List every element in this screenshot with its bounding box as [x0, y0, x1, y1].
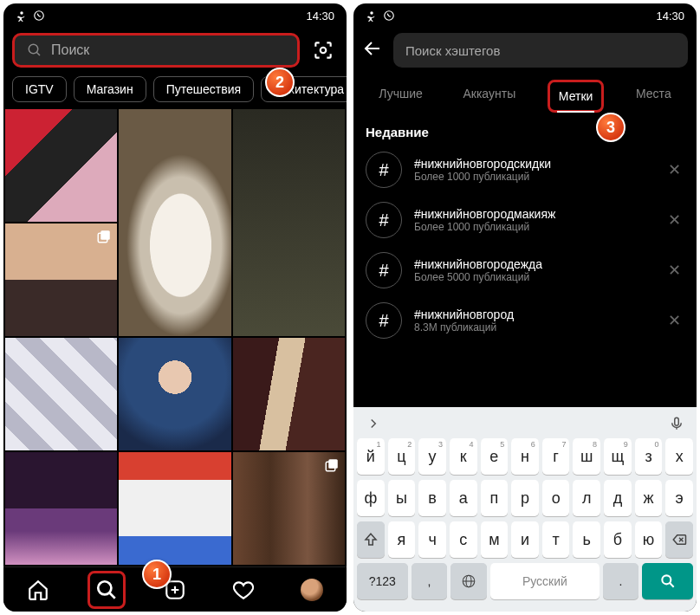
back-button[interactable]: [362, 38, 383, 62]
tab-tags[interactable]: Метки: [548, 80, 605, 113]
hashtag-row[interactable]: # #нижнийновгородмакияжБолее 1000 публик…: [353, 195, 697, 245]
key-п[interactable]: п: [481, 480, 509, 516]
key-ы[interactable]: ы: [388, 480, 416, 516]
svg-rect-17: [675, 418, 679, 425]
hashtag-row[interactable]: # #нижнийновгородскидкиБолее 1000 публик…: [353, 145, 697, 195]
key-л[interactable]: л: [573, 480, 600, 516]
key-г[interactable]: г7: [542, 438, 570, 475]
key-в[interactable]: в: [418, 480, 446, 516]
grid-tile[interactable]: [5, 223, 117, 336]
hash-icon: #: [366, 202, 402, 238]
key-ж[interactable]: ж: [635, 480, 663, 516]
nav-activity[interactable]: [224, 571, 262, 609]
nav-home[interactable]: [19, 571, 57, 609]
status-bar: 14:30: [353, 3, 697, 28]
key-з[interactable]: з0: [635, 438, 663, 475]
nav-profile[interactable]: [293, 571, 331, 609]
hashtag-count: Более 1000 публикаций: [414, 171, 652, 183]
grid-tile[interactable]: [119, 338, 230, 450]
status-time: 14:30: [656, 10, 684, 23]
svg-point-4: [321, 48, 327, 54]
hashtag-row[interactable]: # #нижнийновгород8.3M публикаций ✕: [353, 295, 697, 346]
numeric-key[interactable]: ?123: [357, 563, 408, 599]
mic-icon[interactable]: [669, 416, 684, 431]
key-н[interactable]: н6: [511, 438, 539, 475]
chevron-right-icon[interactable]: [366, 416, 381, 431]
key-о[interactable]: о: [542, 480, 570, 516]
chip-shop[interactable]: Магазин: [74, 76, 146, 102]
key-ю[interactable]: ю: [635, 521, 663, 558]
recent-heading: Недавние: [353, 113, 697, 145]
grid-tile[interactable]: [233, 109, 345, 336]
callout-badge-2: 2: [265, 68, 295, 97]
key-и[interactable]: и: [511, 521, 539, 558]
hashtag-name: #нижнийновгород: [414, 308, 652, 321]
key-б[interactable]: б: [604, 521, 632, 558]
callout-badge-3: 3: [596, 113, 625, 142]
space-key[interactable]: Русский: [490, 563, 599, 599]
key-м[interactable]: м: [481, 521, 509, 558]
grid-tile[interactable]: [233, 338, 345, 450]
tab-places[interactable]: Места: [627, 80, 680, 113]
grid-tile[interactable]: [5, 338, 117, 450]
hashtag-row[interactable]: # #нижнийновгородеждаБолее 5000 публикац…: [353, 245, 697, 295]
hash-icon: #: [366, 152, 402, 188]
key-д[interactable]: д: [604, 480, 632, 516]
key-э[interactable]: э: [665, 480, 693, 516]
explore-grid: [3, 109, 347, 566]
grid-tile[interactable]: [119, 452, 230, 565]
key-й[interactable]: й1: [357, 438, 385, 475]
svg-rect-5: [101, 230, 111, 240]
chip-igtv[interactable]: IGTV: [12, 76, 67, 102]
key-ф[interactable]: ф: [357, 480, 385, 516]
comma-key[interactable]: ,: [412, 563, 448, 599]
remove-button[interactable]: ✕: [664, 157, 684, 183]
key-а[interactable]: а: [450, 480, 477, 516]
key-ч[interactable]: ч: [418, 521, 446, 558]
status-bar: 14:30: [3, 3, 347, 28]
globe-key[interactable]: [450, 563, 487, 599]
key-с[interactable]: с: [450, 521, 477, 558]
key-щ[interactable]: щ9: [604, 438, 632, 475]
hash-icon: #: [366, 252, 402, 288]
tab-top[interactable]: Лучшие: [370, 80, 431, 113]
nav-search[interactable]: [88, 571, 126, 609]
key-х[interactable]: х: [665, 438, 693, 475]
remove-button[interactable]: ✕: [664, 257, 684, 283]
grid-tile[interactable]: [119, 109, 230, 336]
period-key[interactable]: .: [603, 563, 639, 599]
grid-tile[interactable]: [233, 452, 345, 565]
grid-tile[interactable]: [5, 109, 117, 222]
callout-badge-1: 1: [142, 560, 172, 589]
search-key[interactable]: [642, 563, 693, 599]
remove-button[interactable]: ✕: [664, 308, 684, 333]
svg-line-24: [670, 583, 674, 587]
key-у[interactable]: у3: [418, 438, 446, 475]
remove-button[interactable]: ✕: [664, 207, 684, 233]
svg-point-0: [20, 11, 23, 15]
key-т[interactable]: т: [542, 521, 570, 558]
svg-point-23: [662, 575, 671, 584]
scan-qr-button[interactable]: [308, 36, 338, 65]
backspace-key[interactable]: [665, 521, 693, 558]
shift-key[interactable]: [357, 521, 385, 558]
svg-line-10: [109, 592, 115, 599]
key-ш[interactable]: ш8: [573, 438, 600, 475]
key-ц[interactable]: ц2: [388, 438, 416, 475]
key-к[interactable]: к4: [450, 438, 477, 475]
hashtag-search-input[interactable]: Поиск хэштегов: [393, 33, 688, 68]
chip-travel[interactable]: Путешествия: [153, 76, 254, 102]
carousel-icon: [96, 229, 112, 244]
carousel-icon: [324, 457, 340, 473]
hashtag-name: #нижнийновгородежда: [414, 257, 652, 271]
phone-left-explore: 14:30 Поиск IGTV Магазин Путешествия Арх…: [3, 3, 347, 612]
key-я[interactable]: я: [388, 521, 416, 558]
viber-icon: [33, 10, 45, 22]
grid-tile[interactable]: [5, 452, 117, 565]
bottom-nav: [3, 566, 347, 612]
tab-accounts[interactable]: Аккаунты: [454, 80, 524, 113]
key-ь[interactable]: ь: [573, 521, 600, 558]
search-input[interactable]: Поиск: [12, 33, 300, 68]
key-е[interactable]: е5: [481, 438, 509, 475]
key-р[interactable]: р: [511, 480, 539, 516]
